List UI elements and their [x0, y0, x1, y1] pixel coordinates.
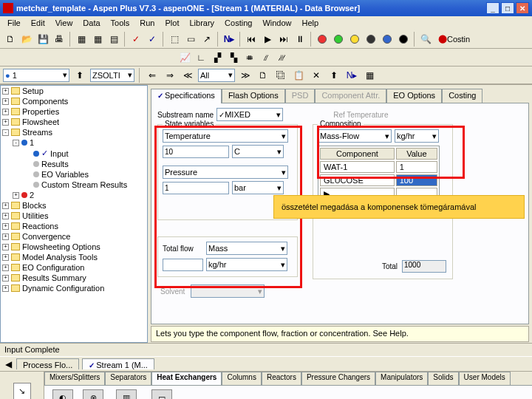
ptab-heatexch[interactable]: Heat Exchangers	[151, 372, 222, 385]
copy-form-icon[interactable]: ⿻	[273, 68, 288, 83]
expand-icon[interactable]: +	[2, 213, 9, 219]
stream-icon[interactable]: ↗	[200, 32, 214, 47]
close-button[interactable]: ✕	[516, 2, 529, 14]
tab-psd[interactable]: PSD	[285, 89, 316, 103]
delete-form-icon[interactable]: ✕	[309, 68, 324, 83]
expand-icon[interactable]: +	[13, 192, 19, 199]
tree-item[interactable]: Results	[1, 159, 147, 169]
expand-icon[interactable]: +	[2, 88, 9, 95]
plot1-icon[interactable]: ▞	[210, 50, 225, 65]
status-dot-red[interactable]	[315, 32, 330, 47]
menu-costing[interactable]: Costing	[220, 18, 256, 28]
tree-item[interactable]: +Convergence	[1, 231, 147, 242]
tree-item[interactable]: +Dynamic Configuration	[1, 283, 147, 293]
step-icon[interactable]: ⏭	[276, 32, 291, 47]
plot2-icon[interactable]: ▚	[226, 50, 241, 65]
plot5-icon[interactable]: ⫻	[275, 50, 290, 65]
save-icon[interactable]: 💾	[35, 32, 50, 47]
tab-specifications[interactable]: Specifications	[151, 89, 222, 103]
pressure-input[interactable]	[163, 182, 229, 194]
expand-icon[interactable]: -	[13, 140, 19, 146]
expand-icon[interactable]: +	[2, 275, 9, 282]
next-set-icon[interactable]: ≫	[238, 68, 253, 83]
status-dot-blue[interactable]	[380, 32, 395, 47]
menu-plot[interactable]: Plot	[160, 18, 183, 28]
status-dot-yellow[interactable]	[347, 32, 362, 47]
status-dot-filled[interactable]	[364, 32, 378, 47]
tree-item[interactable]: +EO Configuration	[1, 262, 147, 273]
ptab-separators[interactable]: Separators	[105, 372, 151, 385]
axes-icon[interactable]: ∟	[194, 50, 208, 65]
minimize-button[interactable]: _	[486, 2, 499, 14]
ptab-reactors[interactable]: Reactors	[262, 372, 301, 385]
pitem-hxflux[interactable]: ▭HXFlux	[149, 389, 175, 400]
play-start-icon[interactable]: ⏮	[244, 32, 259, 47]
new-icon[interactable]: 🗋	[3, 32, 18, 47]
expand-icon[interactable]: +	[2, 223, 9, 230]
ptab-usermodels[interactable]: User Models	[459, 372, 511, 385]
menu-help[interactable]: Help	[298, 18, 324, 28]
ptab-columns[interactable]: Columns	[222, 372, 261, 385]
block-icon[interactable]: ▭	[183, 32, 198, 47]
prev-set-icon[interactable]: ≪	[180, 68, 195, 83]
path-selector[interactable]: ●1 ▾	[3, 69, 69, 82]
tree-item[interactable]: +Reactions	[1, 221, 147, 231]
tree-item[interactable]: +Setup	[1, 86, 147, 96]
paste-form-icon[interactable]: 📋	[291, 68, 306, 83]
menu-file[interactable]: File	[3, 18, 25, 28]
tree-item[interactable]: -Streams	[1, 127, 147, 137]
up-icon[interactable]: ⬆	[72, 68, 87, 83]
grid-icon[interactable]: ▦	[90, 32, 105, 47]
open-icon[interactable]: 📂	[19, 32, 34, 47]
status-dot-green[interactable]	[331, 32, 346, 47]
expand-icon[interactable]: +	[2, 244, 9, 250]
tree-panel[interactable]: +Setup+Components+Properties+Flowsheet-S…	[0, 85, 148, 343]
ptab-manipulators[interactable]: Manipulators	[375, 372, 428, 385]
chart-icon[interactable]: 📈	[177, 50, 192, 65]
menu-run[interactable]: Run	[135, 18, 159, 28]
menu-tools[interactable]: Tools	[106, 18, 134, 28]
data-browser-icon[interactable]: ▦	[74, 32, 89, 47]
totalflow-input[interactable]	[163, 259, 203, 271]
menu-data[interactable]: Data	[78, 18, 104, 28]
expand-icon[interactable]: +	[2, 119, 9, 126]
substream-select[interactable]: ✓MIXED▾	[216, 108, 283, 121]
composition-unit-select[interactable]: kg/hr▾	[395, 129, 439, 143]
run-next-icon[interactable]: N▸	[222, 32, 236, 47]
maximize-button[interactable]: □	[501, 2, 514, 14]
find-icon[interactable]: 🔍	[418, 32, 433, 47]
composition-basis-select[interactable]: Mass-Flow▾	[318, 129, 392, 143]
expand-icon[interactable]: +	[2, 265, 9, 271]
costing-button[interactable]: ⬤ Costin	[434, 32, 474, 47]
temperature-var-select[interactable]: Temperature▾	[163, 129, 288, 143]
tab-scroll-left-icon[interactable]: ◀	[3, 357, 13, 372]
expand-icon[interactable]: +	[2, 109, 9, 115]
totalflow-basis-select[interactable]: Mass▾	[206, 242, 287, 255]
tree-item[interactable]: EO Variables	[1, 169, 147, 180]
plot3-icon[interactable]: ⩩	[242, 50, 257, 65]
tab-costing[interactable]: Costing	[442, 89, 482, 103]
menu-library[interactable]: Library	[185, 18, 219, 28]
ptab-pressure[interactable]: Pressure Changers	[301, 372, 375, 385]
menu-window[interactable]: Window	[258, 18, 296, 28]
expand-icon[interactable]: +	[2, 233, 9, 240]
next-icon[interactable]: ✓	[145, 32, 160, 47]
tree-item[interactable]: +Utilities	[1, 211, 147, 221]
forward-icon[interactable]: ⇒	[163, 68, 177, 83]
temperature-input[interactable]	[163, 146, 229, 158]
navset-selector[interactable]: All▾	[198, 69, 235, 82]
tree-item[interactable]: -1	[1, 137, 147, 148]
pressure-var-select[interactable]: Pressure▾	[163, 166, 288, 179]
play-icon[interactable]: ▶	[260, 32, 275, 47]
tree-item[interactable]: +Flowsheeting Options	[1, 242, 147, 252]
pitem-heater[interactable]: ◐Heater	[50, 389, 75, 400]
palette-streams[interactable]: ↘ STREAMS	[0, 372, 44, 399]
pitem-mheatx[interactable]: ▥MHeatX	[112, 389, 142, 400]
mdi-tab-flowsheet[interactable]: Process Flo...	[16, 358, 79, 369]
plot4-icon[interactable]: ⫽	[259, 50, 273, 65]
tree-item[interactable]: +Model Analysis Tools	[1, 252, 147, 262]
mdi-tab-stream1[interactable]: Stream 1 (M...	[82, 358, 154, 369]
ptab-mixers[interactable]: Mixers/Splitters	[44, 372, 105, 385]
totalflow-unit-select[interactable]: kg/hr▾	[206, 258, 287, 271]
component-table[interactable]: ComponentValue WAT-11 GLUCOSE100 ▶	[318, 146, 440, 202]
